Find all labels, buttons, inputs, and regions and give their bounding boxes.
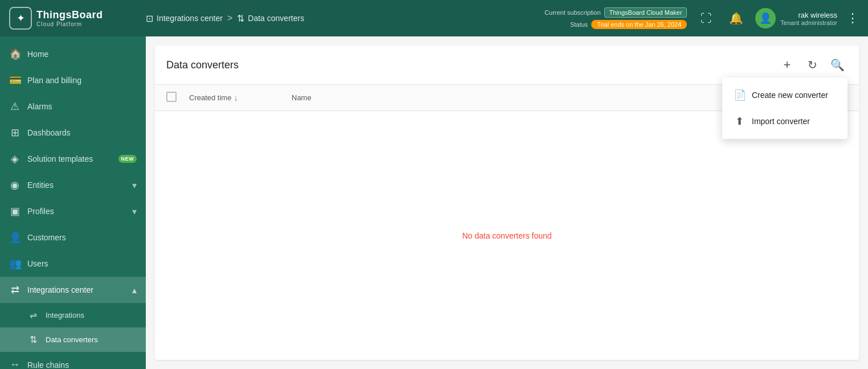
subscription-label: Current subscription	[544, 9, 600, 16]
add-button[interactable]: +	[777, 55, 797, 75]
sidebar-item-integrations-center[interactable]: ⇄ Integrations center ▴	[0, 277, 146, 303]
sidebar-item-data-converters[interactable]: ⇅ Data converters	[0, 327, 146, 352]
solution-templates-icon: ◈	[9, 153, 21, 165]
profiles-expand-icon: ▾	[132, 206, 137, 217]
user-menu[interactable]: 👤 rak wireless Tenant administrator	[755, 8, 837, 28]
sidebar-item-profiles[interactable]: ▣ Profiles ▾	[0, 198, 146, 224]
select-all-checkbox[interactable]	[166, 92, 177, 102]
breadcrumb-current: ⇅ Data converters	[237, 13, 304, 24]
user-role: Tenant administrator	[780, 19, 837, 26]
rule-chains-icon: ↔	[9, 359, 21, 369]
empty-state: No data converters found	[155, 111, 859, 360]
users-icon: 👥	[9, 257, 21, 270]
main-layout: 🏠 Home 💳 Plan and billing ⚠ Alarms ⊞ Das…	[0, 36, 868, 369]
sidebar-item-solution-templates[interactable]: ◈ Solution templates NEW	[0, 146, 146, 172]
sidebar-item-users[interactable]: 👥 Users	[0, 251, 146, 277]
dashboards-icon: ⊞	[9, 126, 21, 139]
create-converter-icon: 📄	[734, 89, 745, 101]
sidebar-item-alarms[interactable]: ⚠ Alarms	[0, 93, 146, 120]
integrations-icon: ⇌	[27, 310, 39, 321]
fullscreen-button[interactable]: ⛶	[696, 8, 716, 28]
integrations-center-nav-icon: ⇄	[9, 284, 21, 296]
breadcrumb: ⊡ Integrations center > ⇅ Data converter…	[146, 13, 544, 24]
data-converters-nav-icon: ⇅	[237, 13, 244, 24]
column-name: Name	[292, 93, 734, 102]
create-converter-label: Create new converter	[752, 91, 828, 100]
status-label: Status	[570, 21, 588, 28]
avatar: 👤	[755, 8, 776, 28]
sidebar-item-entities[interactable]: ◉ Entities ▾	[0, 172, 146, 198]
column-created-time[interactable]: Created time ↓	[189, 93, 292, 102]
select-all-checkbox-cell	[166, 92, 189, 104]
top-header: ✦ ThingsBoard Cloud Platform ⊡ Integrati…	[0, 0, 868, 36]
home-icon: 🏠	[9, 48, 21, 60]
subscription-badge: ThingsBoard Cloud Maker	[604, 7, 687, 18]
header-right: Current subscription ThingsBoard Cloud M…	[544, 7, 859, 29]
dropdown-menu: 📄 Create new converter ⬆ Import converte…	[722, 77, 847, 139]
sidebar-item-home[interactable]: 🏠 Home	[0, 41, 146, 67]
user-info: rak wireless Tenant administrator	[780, 11, 837, 26]
sidebar-item-customers[interactable]: 👤 Customers	[0, 224, 146, 251]
create-new-converter-item[interactable]: 📄 Create new converter	[722, 82, 847, 108]
logo-area: ✦ ThingsBoard Cloud Platform	[9, 7, 146, 30]
content-panel: Data converters + ↻ 🔍 Created time ↓ Nam…	[155, 46, 859, 360]
notifications-button[interactable]: 🔔	[726, 8, 746, 28]
import-converter-label: Import converter	[752, 117, 810, 126]
sidebar: 🏠 Home 💳 Plan and billing ⚠ Alarms ⊞ Das…	[0, 36, 146, 369]
breadcrumb-parent[interactable]: ⊡ Integrations center	[146, 13, 223, 24]
empty-message: No data converters found	[462, 231, 551, 240]
refresh-button[interactable]: ↻	[802, 55, 822, 75]
app-subtitle: Cloud Platform	[36, 21, 103, 27]
plan-billing-icon: 💳	[9, 74, 21, 87]
app-title: ThingsBoard	[36, 9, 103, 21]
entities-icon: ◉	[9, 179, 21, 191]
logo-text: ThingsBoard Cloud Platform	[36, 9, 103, 27]
more-options-button[interactable]: ⋮	[846, 11, 859, 26]
logo-icon: ✦	[9, 7, 32, 30]
profiles-icon: ▣	[9, 205, 21, 218]
entities-expand-icon: ▾	[132, 180, 137, 191]
data-converters-icon: ⇅	[27, 334, 39, 345]
sidebar-item-dashboards[interactable]: ⊞ Dashboards	[0, 120, 146, 146]
sidebar-item-plan-billing[interactable]: 💳 Plan and billing	[0, 67, 146, 93]
content-area: Data converters + ↻ 🔍 Created time ↓ Nam…	[146, 36, 868, 369]
integrations-center-expand-icon: ▴	[132, 285, 137, 296]
customers-icon: 👤	[9, 231, 21, 244]
subscription-status: Current subscription ThingsBoard Cloud M…	[544, 7, 687, 29]
breadcrumb-separator: >	[227, 13, 232, 23]
trial-badge: Trial ends on the Jan 26, 2024	[591, 20, 687, 29]
import-converter-item[interactable]: ⬆ Import converter	[722, 108, 847, 134]
sidebar-item-integrations[interactable]: ⇌ Integrations	[0, 303, 146, 327]
created-time-sort-icon: ↓	[234, 93, 238, 102]
import-converter-icon: ⬆	[734, 115, 745, 128]
user-name: rak wireless	[780, 11, 837, 19]
integrations-center-icon: ⊡	[146, 13, 153, 24]
new-badge: NEW	[118, 155, 137, 163]
panel-title: Data converters	[166, 59, 777, 71]
alarms-icon: ⚠	[9, 100, 21, 113]
sidebar-item-rule-chains[interactable]: ↔ Rule chains	[0, 352, 146, 369]
search-button[interactable]: 🔍	[827, 55, 847, 75]
panel-actions: + ↻ 🔍	[777, 55, 847, 75]
